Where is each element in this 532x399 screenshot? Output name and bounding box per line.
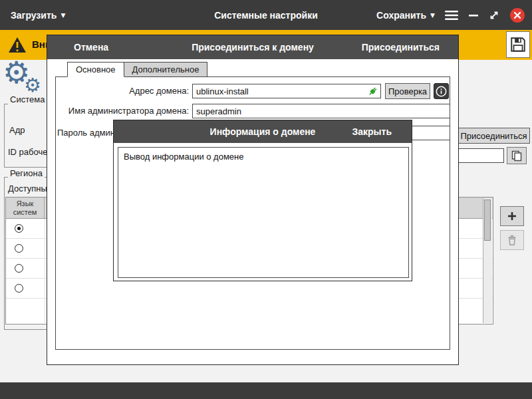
maximize-button[interactable] [489,10,499,21]
cancel-button[interactable]: Отмена [74,42,108,53]
tab-additional[interactable]: Дополнительное [124,62,208,77]
check-button[interactable]: Проверка [385,83,430,99]
system-group-label: Система [8,94,47,104]
radio-icon[interactable] [15,264,23,273]
radio-icon[interactable] [15,284,23,293]
close-icon [509,7,525,23]
regional-group-label: Региона [8,168,45,178]
hamburger-menu-button[interactable] [445,10,458,21]
bottom-bar [0,382,532,399]
chevron-down-icon: ▼ [61,12,65,19]
gear-icon: ⚙ [24,76,41,95]
tab-bar: Основное Дополнительное [67,62,207,77]
scrollbar-thumb[interactable] [484,200,491,241]
connected-plug-icon [367,85,379,99]
join-dialog-titlebar: Отмена Присоединиться к домену Присоедин… [47,35,458,59]
info-dialog-titlebar: Информация о домене Закрыть [114,120,412,143]
workstation-id-label: ID рабоче [8,147,47,157]
add-language-button[interactable] [500,206,524,226]
close-info-button[interactable]: Закрыть [352,126,392,137]
warning-icon [8,37,27,55]
radio-selected-icon[interactable] [15,224,23,233]
info-button[interactable] [434,83,449,99]
info-dialog-title: Информация о домене [210,126,316,137]
join-domain-button[interactable]: Присоединиться [458,128,530,144]
save-menu-button[interactable]: Сохранить ▼ [376,10,435,21]
table-scrollbar[interactable] [483,198,492,323]
load-menu-button[interactable]: Загрузить ▼ [11,10,65,21]
save-menu-label: Сохранить [376,10,426,21]
close-button[interactable] [509,7,525,23]
domain-info-dialog: Информация о домене Закрыть Вывод информ… [113,120,412,281]
plus-icon [506,210,518,222]
header-line-2: систем [13,208,37,217]
trash-icon [506,234,518,246]
system-settings-app: Системные настройки Загрузить ▼ Сохранит… [0,0,532,399]
expand-icon [489,10,499,21]
admin-name-input[interactable] [192,104,450,118]
address-label: Адр [9,125,25,135]
info-icon [436,86,447,97]
header-line-1: Язык [17,200,34,208]
admin-name-label: Имя администратора домена: [47,106,189,116]
copy-icon [511,150,523,162]
join-confirm-button[interactable]: Присоединиться [362,42,440,53]
floppy-icon [509,36,527,53]
domain-address-field [192,84,381,98]
radio-icon[interactable] [15,244,23,253]
domain-address-label: Адрес домена: [47,86,189,96]
domain-info-output: Вывод информации о домене [118,147,409,278]
join-dialog-title: Присоединиться к домену [192,42,314,53]
chevron-down-icon: ▼ [430,12,435,19]
admin-password-label: Пароль админ [57,128,115,138]
delete-language-button[interactable] [500,230,524,250]
save-file-button[interactable] [506,31,530,58]
minimize-icon [468,10,479,21]
minimize-button[interactable] [468,10,479,21]
domain-address-input[interactable] [192,84,381,98]
language-column-header: Язык систем [6,198,45,218]
tab-main[interactable]: Основное [67,62,124,77]
main-titlebar: Системные настройки Загрузить ▼ Сохранит… [0,0,532,30]
copy-button[interactable] [507,147,527,164]
load-menu-label: Загрузить [11,10,57,21]
hamburger-icon [445,10,458,21]
available-languages-label: Доступны [8,184,47,194]
